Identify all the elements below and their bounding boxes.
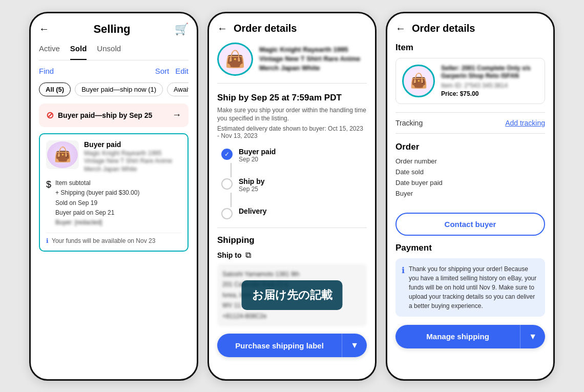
item-name: Seller: 2001 Complete Only x/s Garperin …	[441, 65, 538, 80]
timeline-item-2: Ship by Sep 25	[221, 177, 367, 193]
ship-by-subtitle: Make sure you ship your order within the…	[217, 106, 367, 123]
tab-unsold[interactable]: Unsold	[97, 44, 121, 56]
subtotal-label: Item subtotal	[55, 178, 139, 188]
product-bag-icon: 👜	[225, 49, 245, 69]
timeline-line-2	[231, 193, 232, 207]
payment-notice: ℹ Thank you for shipping your order! Bec…	[395, 258, 545, 317]
tracking-label: Tracking	[395, 119, 423, 127]
buyer-label: Buyer	[395, 190, 545, 197]
item-section-title: Item	[395, 43, 545, 53]
phone-frame-1: ← Selling 🛒 Active Sold Unsold Find Sort…	[29, 12, 198, 381]
timeline-item-1: ✓ Buyer paid Sep 20	[221, 148, 367, 163]
shipping-section: Shipping Ship to ⧉ Satoshi Yamamoto 1381…	[217, 228, 367, 326]
item-image: 👜	[46, 140, 79, 169]
shipping-title-bar: Shipping	[217, 235, 367, 245]
ship-to-label: Ship to	[217, 251, 241, 259]
sold-on: Sold on Sep 19	[55, 198, 139, 208]
overlay-banner: お届け先の記載	[242, 280, 343, 310]
tabs-bar: Active Sold Unsold	[39, 44, 189, 60]
date-buyer-paid-label: Date buyer paid	[395, 179, 545, 187]
manage-btn-dropdown-icon[interactable]: ▼	[520, 325, 545, 348]
item-row: 👜 Seller: 2001 Complete Only x/s Garperi…	[395, 58, 545, 104]
bag-icon: 👜	[54, 146, 72, 163]
manage-shipping-button[interactable]: Manage shipping	[395, 325, 520, 348]
shipping-note: + Shipping (buyer paid $30.00)	[55, 188, 139, 198]
phone-frame-3: ← Order details Item 👜 Seller: 2001 Comp…	[386, 12, 555, 381]
info-icon: ℹ	[46, 237, 49, 244]
alert-banner[interactable]: ⊘ Buyer paid—ship by Sep 25 →	[39, 104, 189, 127]
purchase-btn-bar: Purchase shipping label ▼	[217, 334, 367, 357]
chip-all[interactable]: All (5)	[39, 82, 71, 96]
ship-by-section: Ship by Sep 25 at 7:59am PDT Make sure y…	[217, 93, 367, 140]
chip-buyer-paid[interactable]: Buyer paid—ship now (1)	[75, 82, 163, 96]
product-title: Magic Knight Rayearth 1995 Vintage New T…	[259, 45, 367, 73]
alert-icon: ⊘	[46, 110, 54, 121]
timeline-dot-2	[221, 178, 233, 190]
filter-chips: All (5) Buyer paid—ship now (1) Awaiting…	[39, 82, 189, 96]
tab-active[interactable]: Active	[39, 44, 60, 56]
phone-frame-2: ← Order details 👜 Magic Knight Rayearth …	[207, 12, 377, 381]
order-details-title-3: Order details	[412, 23, 475, 34]
purchase-btn-dropdown-icon[interactable]: ▼	[342, 334, 367, 357]
purchase-shipping-label-button[interactable]: Purchase shipping label	[217, 334, 342, 357]
chip-awaiting[interactable]: Awaiting feedback to...	[167, 82, 189, 96]
tracking-row: Tracking Add tracking	[395, 112, 545, 134]
payment-info-icon: ℹ	[402, 264, 405, 311]
payment-notice-text: Thank you for shipping your order! Becau…	[409, 264, 539, 311]
buyer-paid: Buyer paid on Sep 21	[55, 208, 139, 218]
order-info: Buyer paid Magic Knight Rayearth 1995 Vi…	[84, 140, 181, 174]
ship-by-delivery: Estimated delivery date shown to buyer: …	[217, 125, 367, 139]
item-bag-icon: 👜	[410, 72, 428, 89]
cart-icon[interactable]: 🛒	[175, 23, 189, 36]
sort-edit-bar: Sort Edit	[155, 67, 189, 75]
find-link[interactable]: Find	[39, 67, 54, 75]
timeline-label-3: Delivery	[239, 207, 266, 215]
buyer-info: Buyer: [redacted]	[55, 218, 139, 228]
alert-text: ⊘ Buyer paid—ship by Sep 25	[46, 110, 152, 121]
date-sold-label: Date sold	[395, 168, 545, 176]
sort-link[interactable]: Sort	[155, 67, 170, 75]
order-card[interactable]: 👜 Buyer paid Magic Knight Rayearth 1995 …	[39, 133, 189, 252]
tab-sold[interactable]: Sold	[70, 44, 87, 60]
dollar-icon: $	[46, 179, 51, 190]
product-section: 👜 Magic Knight Rayearth 1995 Vintage New…	[217, 43, 367, 84]
order-title: Magic Knight Rayearth 1995 Vintage New T…	[84, 150, 181, 174]
timeline-dot-3	[221, 208, 233, 219]
timeline: ✓ Buyer paid Sep 20 Ship by Sep 25 Deliv…	[217, 148, 367, 219]
ship-to-row: Ship to ⧉	[217, 251, 367, 260]
ship-by-heading: Ship by Sep 25 at 7:59am PDT	[217, 93, 367, 103]
order-status: Buyer paid	[84, 140, 181, 149]
order-header-2: ← Order details	[217, 23, 367, 34]
item-thumb: 👜	[402, 65, 435, 97]
order-meta: Item subtotal + Shipping (buyer paid $30…	[55, 178, 139, 228]
item-details: Seller: 2001 Complete Only x/s Garperin …	[441, 65, 538, 97]
payment-section-title: Payment	[395, 243, 545, 253]
payment-section: Payment ℹ Thank you for shipping your or…	[395, 243, 545, 317]
order-number-label: Order number	[395, 157, 545, 165]
manage-btn-bar: Manage shipping ▼	[395, 325, 545, 348]
contact-buyer-button[interactable]: Contact buyer	[395, 213, 545, 236]
order-card-top: 👜 Buyer paid Magic Knight Rayearth 1995 …	[46, 140, 181, 174]
page-title: Selling	[93, 23, 130, 36]
order-section-title: Order	[395, 142, 545, 152]
order-meta-grid: Order number Date sold Date buyer paid B…	[395, 157, 545, 197]
alert-arrow-icon: →	[172, 110, 181, 120]
copy-icon[interactable]: ⧉	[245, 251, 251, 260]
address-section: Satoshi Yamamoto 1381 9th 201 Callender …	[217, 264, 367, 326]
find-sort-bar: Find Sort Edit	[39, 67, 189, 75]
timeline-label-2: Ship by Sep 25	[239, 177, 265, 193]
top-bar-selling: ← Selling 🛒	[39, 23, 189, 36]
item-thumbnail: 👜	[47, 141, 78, 168]
edit-link[interactable]: Edit	[175, 67, 189, 75]
product-thumbnail: 👜	[217, 43, 253, 76]
funds-notice: ℹ Your funds will be available on Nov 23	[46, 233, 181, 244]
add-tracking-link[interactable]: Add tracking	[505, 119, 545, 127]
order-details-row: $ Item subtotal + Shipping (buyer paid $…	[46, 178, 181, 228]
item-id: Item ID: 2*543 345:3814	[441, 82, 538, 89]
back-arrow-2-icon[interactable]: ←	[217, 23, 227, 34]
back-arrow-icon[interactable]: ←	[39, 23, 49, 35]
order-header-3: ← Order details	[395, 23, 545, 34]
timeline-label-1: Buyer paid Sep 20	[239, 148, 276, 163]
back-arrow-3-icon[interactable]: ←	[395, 23, 406, 34]
item-price: Price: $75.00	[441, 90, 538, 97]
